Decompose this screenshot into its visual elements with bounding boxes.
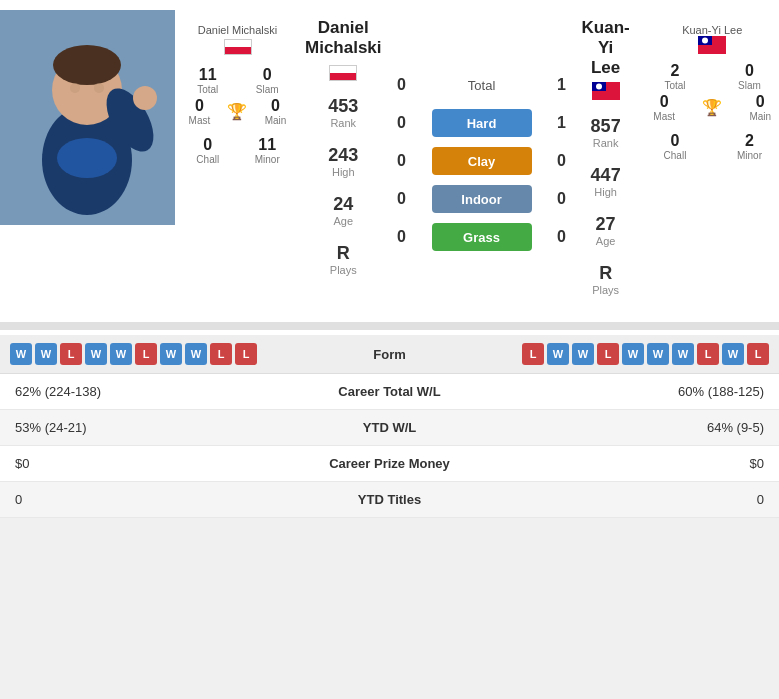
main-container: Daniel Michalski 11 Total 0 Slam 0 Mast … [0,0,779,518]
svg-point-7 [133,86,157,110]
total-score-left: 0 [387,76,417,94]
left-minor-value: 11 [240,136,296,154]
left-player-photo [0,10,175,225]
left-center-name: Daniel Michalski [305,18,382,58]
right-total-value: 2 [640,62,711,80]
indoor-row: 0 Indoor 0 [387,185,577,213]
right-main-label: Main [749,111,771,122]
form-badge-w: W [35,343,57,365]
right-center-flag [592,82,620,104]
right-stats-grid: 2 Total 0 Slam [640,62,779,91]
left-rank-value: 453 [328,96,358,117]
stats-table: 62% (224-138) Career Total W/L 60% (188-… [0,374,779,518]
form-badge-w: W [722,343,744,365]
left-high-value: 243 [328,145,358,166]
right-age-label: Age [596,235,616,247]
right-mast-label: Mast [653,111,675,122]
left-high-stat: 243 High [328,145,358,178]
right-high-label: High [591,186,621,198]
right-plays-stat: R Plays [592,263,619,296]
form-badge-w: W [547,343,569,365]
svg-point-3 [53,45,121,85]
clay-score-left: 0 [387,152,417,170]
prize-row: $0 Career Prize Money $0 [0,446,779,482]
form-badge-l: L [522,343,544,365]
prize-right: $0 [564,456,764,471]
left-age-label: Age [333,215,353,227]
hard-button[interactable]: Hard [432,109,532,137]
indoor-score-right: 0 [547,190,577,208]
left-age-value: 24 [333,194,353,215]
left-chall-stat: 0 Chall [180,136,236,165]
left-age-stat: 24 Age [333,194,353,227]
svg-point-8 [57,138,117,178]
right-center-name: Kuan-Yi Lee [582,18,630,78]
bottom-section: WWLWWLWWLL Form LWWLWWWLWL 62% (224-138)… [0,335,779,518]
form-badge-l: L [210,343,232,365]
left-center-flag-img [329,65,357,81]
left-center-panel: Daniel Michalski 453 Rank 243 High 24 Ag… [300,10,387,312]
grass-score-left: 0 [387,228,417,246]
ytd-wl-right: 64% (9-5) [564,420,764,435]
left-slam-label: Slam [240,84,296,95]
taiwan-flag-svg [592,82,620,100]
left-high-label: High [328,166,358,178]
svg-point-5 [94,83,104,93]
left-stats-grid: 11 Total 0 Slam [180,66,295,95]
comparison-panel: 0 Total 1 0 Hard 1 0 Clay 0 0 Indoor 0 [387,10,577,312]
right-main-stat: 0 Main [749,93,771,122]
left-form-badges: WWLWWLWWLL [10,343,257,365]
left-player-name-card: Daniel Michalski [198,24,277,36]
right-player-name-card: Kuan-Yi Lee [682,24,742,36]
right-high-value: 447 [591,165,621,186]
left-main-stat: 0 Main [265,97,287,126]
form-badge-w: W [622,343,644,365]
clay-score-right: 0 [547,152,577,170]
left-main-value: 0 [265,97,287,115]
right-center-panel: Kuan-Yi Lee 857 Rank 447 High 27 [577,10,635,312]
clay-button[interactable]: Clay [432,147,532,175]
prize-left: $0 [15,456,215,471]
prize-label: Career Prize Money [215,456,564,471]
left-center-flag [329,62,357,84]
career-wl-label: Career Total W/L [215,384,564,399]
clay-row: 0 Clay 0 [387,147,577,175]
left-minor-label: Minor [240,154,296,165]
right-chall-value: 0 [640,132,711,150]
career-wl-row: 62% (224-138) Career Total W/L 60% (188-… [0,374,779,410]
hard-score-left: 0 [387,114,417,132]
titles-right: 0 [564,492,764,507]
right-player-info: Kuan-Yi Lee 2 Total 0 Slam 0 [635,10,779,312]
grass-button[interactable]: Grass [432,223,532,251]
right-mast-stat: 0 Mast [653,93,675,122]
divider-top [0,322,779,330]
left-mast-label: Mast [189,115,211,126]
indoor-button[interactable]: Indoor [432,185,532,213]
left-trophy-icon: 🏆 [227,102,247,121]
left-total-stat: 11 Total [180,66,236,95]
ytd-wl-left: 53% (24-21) [15,420,215,435]
titles-left: 0 [15,492,215,507]
right-form-badges: LWWLWWWLWL [522,343,769,365]
titles-label: YTD Titles [215,492,564,507]
right-plays-value: R [592,263,619,284]
left-mast-value: 0 [189,97,211,115]
total-score-right: 1 [547,76,577,94]
left-rank-stat: 453 Rank [328,96,358,129]
top-section: Daniel Michalski 11 Total 0 Slam 0 Mast … [0,0,779,322]
form-badge-w: W [647,343,669,365]
left-bottom-stats: 0 Chall 11 Minor [180,136,295,165]
grass-score-right: 0 [547,228,577,246]
grass-row: 0 Grass 0 [387,223,577,251]
left-minor-stat: 11 Minor [240,136,296,165]
right-rank-value: 857 [591,116,621,137]
total-button[interactable]: Total [432,71,532,99]
right-trophy-icon: 🏆 [702,98,722,117]
ytd-wl-row: 53% (24-21) YTD W/L 64% (9-5) [0,410,779,446]
right-player-flag [698,36,726,54]
form-badge-l: L [235,343,257,365]
form-badge-l: L [747,343,769,365]
form-badge-w: W [572,343,594,365]
right-rank-label: Rank [591,137,621,149]
right-mast-value: 0 [653,93,675,111]
